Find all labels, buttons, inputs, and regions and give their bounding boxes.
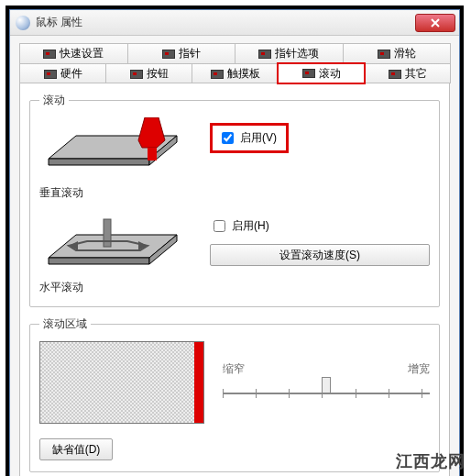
horizontal-scroll-diagram bbox=[39, 212, 186, 276]
tab-row-2: 硬件 按钮 触摸板 滚动 其它 bbox=[19, 63, 450, 83]
tab-icon bbox=[130, 70, 143, 79]
enable-horizontal-checkbox-wrap[interactable]: 启用(H) bbox=[210, 217, 430, 235]
tab-pointer[interactable]: 指针 bbox=[127, 43, 236, 63]
tab-quick-settings[interactable]: 快速设置 bbox=[19, 43, 128, 63]
tab-other[interactable]: 其它 bbox=[364, 63, 451, 83]
narrow-label: 缩窄 bbox=[223, 361, 245, 377]
width-slider-col: 缩窄 增宽 bbox=[223, 361, 430, 404]
slider-thumb[interactable] bbox=[322, 377, 331, 393]
vertical-diagram-col: 垂直滚动 bbox=[39, 117, 195, 201]
horizontal-scroll-row: 水平滚动 启用(H) 设置滚动速度(S) bbox=[39, 212, 430, 295]
tab-scroll[interactable]: 滚动 bbox=[278, 63, 365, 83]
tab-icon bbox=[44, 70, 57, 79]
svg-marker-6 bbox=[49, 258, 149, 264]
scroll-group: 滚动 bbox=[29, 93, 440, 307]
scroll-speed-button[interactable]: 设置滚动速度(S) bbox=[210, 244, 430, 266]
close-icon bbox=[431, 18, 440, 28]
width-slider[interactable] bbox=[223, 382, 430, 404]
tab-row-1: 快速设置 指针 指针选项 滑轮 bbox=[19, 43, 450, 63]
titlebar: 鼠标 属性 bbox=[10, 10, 459, 36]
close-button[interactable] bbox=[415, 14, 455, 32]
tab-label: 硬件 bbox=[60, 66, 82, 82]
tab-label: 触摸板 bbox=[227, 66, 260, 82]
tab-label: 快速设置 bbox=[60, 46, 104, 61]
content-area: 快速设置 指针 指针选项 滑轮 硬件 按钮 触摸板 滚动 其它 滚动 bbox=[10, 36, 459, 476]
enable-horizontal-checkbox[interactable] bbox=[214, 220, 225, 232]
svg-rect-4 bbox=[148, 148, 157, 161]
horizontal-diagram-col: 水平滚动 bbox=[39, 212, 195, 295]
tab-pointer-options[interactable]: 指针选项 bbox=[235, 43, 344, 63]
tab-label: 指针选项 bbox=[275, 46, 319, 61]
scroll-area-row: 缩窄 增宽 bbox=[39, 341, 430, 424]
tab-label: 滚动 bbox=[319, 66, 341, 82]
defaults-label: 缺省值(D) bbox=[52, 442, 101, 458]
svg-marker-3 bbox=[138, 117, 165, 148]
tab-icon bbox=[211, 70, 224, 79]
horizontal-controls: 启用(H) 设置滚动速度(S) bbox=[210, 212, 430, 266]
tab-icon bbox=[389, 70, 401, 79]
vertical-scroll-icon bbox=[39, 117, 186, 182]
scroll-area-active-region bbox=[194, 342, 203, 423]
tab-touchpad[interactable]: 触摸板 bbox=[192, 63, 279, 83]
vertical-scroll-label: 垂直滚动 bbox=[39, 185, 195, 201]
vertical-scroll-row: 垂直滚动 启用(V) bbox=[39, 117, 430, 201]
tab-label: 指针 bbox=[179, 46, 201, 61]
dialog-window: 鼠标 属性 快速设置 指针 指针选项 滑轮 硬件 按钮 触摸板 滚动 其它 bbox=[9, 9, 460, 476]
horizontal-scroll-label: 水平滚动 bbox=[39, 280, 195, 295]
tab-icon bbox=[378, 50, 390, 59]
app-icon bbox=[16, 16, 30, 30]
enable-vertical-label: 启用(V) bbox=[240, 130, 277, 146]
tab-label: 其它 bbox=[405, 66, 427, 82]
svg-rect-8 bbox=[104, 219, 111, 247]
scroll-speed-label: 设置滚动速度(S) bbox=[279, 248, 360, 263]
enable-vertical-checkbox[interactable] bbox=[222, 132, 234, 144]
tab-icon bbox=[258, 50, 271, 59]
window-title: 鼠标 属性 bbox=[36, 15, 415, 30]
tab-icon bbox=[43, 50, 56, 59]
tab-hardware[interactable]: 硬件 bbox=[19, 63, 106, 83]
enable-horizontal-label: 启用(H) bbox=[232, 218, 269, 234]
tab-buttons[interactable]: 按钮 bbox=[105, 63, 192, 83]
vertical-controls: 启用(V) bbox=[210, 117, 430, 153]
scroll-area-group: 滚动区域 缩窄 增宽 bbox=[29, 316, 440, 472]
tab-label: 按钮 bbox=[147, 66, 169, 82]
widen-label: 增宽 bbox=[408, 361, 430, 377]
horizontal-scroll-icon bbox=[39, 212, 186, 276]
svg-marker-1 bbox=[49, 159, 149, 165]
tab-icon bbox=[302, 69, 315, 78]
tab-strip: 快速设置 指针 指针选项 滑轮 硬件 按钮 触摸板 滚动 其它 bbox=[19, 43, 450, 83]
enable-vertical-checkbox-wrap[interactable]: 启用(V) bbox=[210, 123, 289, 153]
tab-panel-scroll: 滚动 bbox=[19, 83, 450, 476]
scroll-area-preview bbox=[39, 341, 204, 424]
tab-label: 滑轮 bbox=[394, 46, 416, 61]
slider-labels: 缩窄 增宽 bbox=[223, 361, 430, 377]
scroll-legend: 滚动 bbox=[39, 93, 69, 108]
tab-wheel[interactable]: 滑轮 bbox=[343, 43, 452, 63]
vertical-scroll-diagram bbox=[39, 117, 186, 182]
tab-icon bbox=[162, 50, 175, 59]
defaults-button[interactable]: 缺省值(D) bbox=[39, 438, 113, 460]
screenshot-frame: 鼠标 属性 快速设置 指针 指针选项 滑轮 硬件 按钮 触摸板 滚动 其它 bbox=[5, 6, 464, 476]
scroll-area-legend: 滚动区域 bbox=[39, 316, 91, 332]
